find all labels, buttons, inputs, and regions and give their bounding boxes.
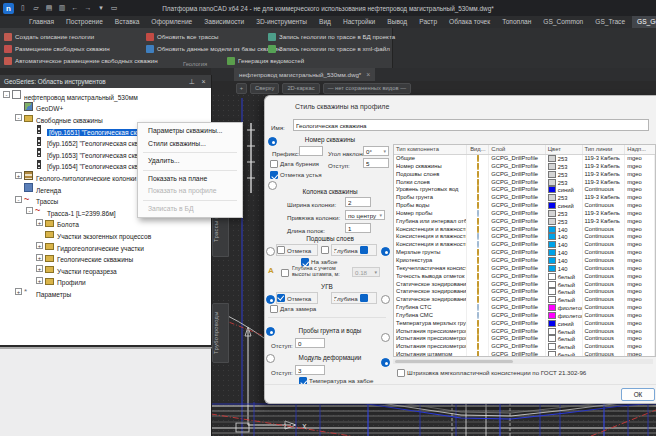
viewport-control-button[interactable]: — нет сохраненных видов —	[323, 83, 411, 94]
color-cell[interactable]: белый	[546, 281, 583, 289]
document-tab[interactable]: нефтепровод магистральный_530мм.dwg* ×	[234, 68, 375, 81]
tree-item[interactable]: Параметры	[0, 286, 211, 298]
color-cell[interactable]: 140	[546, 257, 583, 265]
color-cell[interactable]: белый	[546, 335, 583, 343]
color-cell[interactable]: фиолетовь	[546, 304, 583, 312]
context-menu-item[interactable]: Показать на плане	[138, 173, 242, 186]
context-menu-item[interactable]: Записать в БД	[138, 203, 242, 216]
table-row[interactable]: Полки слоев GCPG_DrillProfile 253 119-3 …	[394, 179, 655, 187]
ribbon-tab[interactable]: GS_Geology	[632, 16, 656, 28]
lamp-icon[interactable]	[477, 273, 479, 280]
color-cell[interactable]: 140	[546, 265, 583, 273]
color-cell[interactable]: 140	[546, 233, 583, 241]
samples-offset-input[interactable]	[295, 338, 325, 348]
col-header-layer[interactable]: Слой	[489, 145, 546, 154]
visibility-cell[interactable]	[467, 249, 489, 257]
context-menu-item[interactable]: Стили скважины...	[138, 138, 242, 151]
table-row[interactable]: Консистенция и влажность. Штриховка GCPG…	[394, 226, 655, 234]
visibility-cell[interactable]	[467, 257, 489, 265]
ugv-depth-checkbox[interactable]	[360, 294, 368, 302]
tree-expander-icon[interactable]	[26, 207, 33, 214]
visibility-cell[interactable]	[467, 335, 489, 343]
visibility-cell[interactable]	[467, 296, 489, 304]
visibility-cell[interactable]	[467, 241, 489, 249]
color-cell[interactable]: белый	[546, 328, 583, 336]
table-row[interactable]: Пробы воды GCPG_DrillProfile синий Conti…	[394, 202, 655, 210]
soles-right-radio[interactable]	[381, 247, 390, 256]
table-row[interactable]: Глубина или интервал отбора пробы GCPG_D…	[394, 218, 655, 226]
ribbon-button[interactable]: Запись геологии по трассе в xml-файл	[268, 43, 390, 54]
table-row[interactable]: Глубина СМС GCPG_DrillProfile фиолетовь …	[394, 312, 655, 320]
tree-expander-icon[interactable]	[15, 288, 22, 295]
visibility-cell[interactable]	[467, 155, 489, 163]
visibility-cell[interactable]	[467, 288, 489, 296]
soles-left-radio[interactable]	[266, 247, 275, 256]
color-cell[interactable]: белый	[546, 343, 583, 351]
lamp-icon[interactable]	[477, 257, 479, 264]
soles-depth-checkbox[interactable]	[360, 246, 368, 254]
viewport-control-button[interactable]: Сверху	[250, 83, 279, 94]
tree-expander-icon[interactable]	[36, 254, 43, 261]
lamp-icon[interactable]	[477, 210, 479, 217]
ok-button[interactable]: ОК	[621, 388, 655, 401]
stamp-depth-checkbox[interactable]	[281, 269, 289, 277]
ribbon-tab[interactable]: GS_Common	[538, 16, 588, 28]
ribbon-tab[interactable]: Облака точек	[444, 16, 495, 28]
color-cell[interactable]: белый	[546, 288, 583, 296]
column-anchor-select[interactable]: по центру▾	[345, 210, 385, 220]
color-cell[interactable]: 253	[546, 163, 583, 171]
color-cell[interactable]: белый	[546, 296, 583, 304]
lamp-icon[interactable]	[477, 194, 479, 201]
col-header-component[interactable]: Тип компонента	[394, 145, 467, 154]
new-file-icon[interactable]: ▯	[18, 3, 28, 13]
color-cell[interactable]: белый	[546, 351, 583, 357]
visibility-cell[interactable]	[467, 343, 489, 351]
ribbon-button[interactable]: Запись геологии по трассе в БД проекта	[268, 31, 395, 42]
tree-item[interactable]: нефтепровод магистральный_530мм	[0, 89, 211, 101]
color-cell[interactable]: 253	[546, 218, 583, 226]
visibility-cell[interactable]	[467, 163, 489, 171]
lamp-icon[interactable]	[477, 351, 479, 357]
modulus-right-radio[interactable]	[381, 358, 390, 367]
tree-expander-icon[interactable]	[15, 196, 22, 203]
visibility-cell[interactable]	[467, 194, 489, 202]
tree-expander-icon[interactable]	[15, 172, 22, 179]
table-row[interactable]: Точность вывода отметок GCPG_DrillProfil…	[394, 273, 655, 281]
color-cell[interactable]: 140	[546, 241, 583, 249]
table-row[interactable]: Испытания прессиометром GCPG_DrillProfil…	[394, 328, 655, 336]
visibility-cell[interactable]	[467, 186, 489, 194]
table-row[interactable]: Испытания штампом GCPG_DrillProfile белы…	[394, 351, 655, 357]
undo-icon[interactable]: ←	[70, 3, 80, 13]
table-row[interactable]: Температура мерзлых грунтов на глубине G…	[394, 320, 655, 328]
table-row[interactable]: Консистенция и влажность. Глубина или о …	[394, 241, 655, 249]
lamp-icon[interactable]	[477, 226, 479, 233]
text-style-icon[interactable]: A	[268, 266, 274, 275]
column-width-input[interactable]	[345, 197, 371, 207]
context-menu-item[interactable]	[143, 152, 237, 153]
ribbon-tab[interactable]: Построение	[61, 16, 108, 28]
ribbon-tab[interactable]: Вставка	[110, 16, 145, 28]
visibility-cell[interactable]	[467, 351, 489, 357]
table-row[interactable]: Испытания прессиометром. Модуль дефор GC…	[394, 343, 655, 351]
context-menu-item[interactable]: Показать на профиле	[138, 185, 242, 198]
angle-select[interactable]: 0°▾	[363, 146, 389, 156]
visibility-cell[interactable]	[467, 273, 489, 281]
table-row[interactable]: Глубина СТС GCPG_DrillProfile фиолетовь …	[394, 304, 655, 312]
soles-mark-checkbox[interactable]	[277, 246, 285, 254]
color-cell[interactable]: 253	[546, 210, 583, 218]
lamp-icon[interactable]	[477, 343, 479, 350]
lamp-icon[interactable]	[477, 312, 479, 319]
lamp-icon[interactable]	[477, 328, 479, 335]
visibility-cell[interactable]	[467, 210, 489, 218]
table-row[interactable]: Уровень грунтовых вод GCPG_DrillProfile …	[394, 186, 655, 194]
ribbon-tab[interactable]: Вывод	[382, 16, 412, 28]
gost-hatch-checkbox[interactable]	[397, 369, 405, 377]
shelf-length-input[interactable]	[345, 223, 371, 233]
nanocad-logo-icon[interactable]: n	[3, 3, 14, 14]
drill-date-checkbox[interactable]	[270, 160, 278, 168]
tree-expander-icon[interactable]	[15, 114, 22, 121]
color-cell[interactable]: 253	[546, 155, 583, 163]
table-row[interactable]: Статическое зондирование. Номер точки. G…	[394, 281, 655, 289]
ribbon-button[interactable]: Обновить все трассы	[146, 31, 219, 42]
ribbon-tab[interactable]: Главная	[24, 16, 59, 28]
